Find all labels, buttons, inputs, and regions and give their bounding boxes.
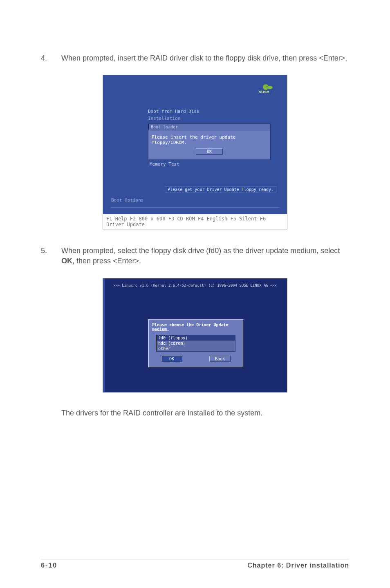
chapter-label: Chapter 6: Driver installation — [247, 562, 349, 569]
step-5-number: 5. — [41, 246, 61, 266]
installation-item[interactable]: Installation — [148, 115, 271, 122]
page-footer: 6-10 Chapter 6: Driver installation — [41, 559, 349, 569]
ok-button[interactable]: OK — [161, 356, 182, 362]
screenshot-boot-loader: suse Boot from Hard Disk Installation Bo… — [103, 75, 287, 229]
step-4: 4. When prompted, insert the RAID driver… — [41, 53, 349, 63]
boot-options-line — [110, 207, 280, 208]
left-border — [103, 278, 105, 392]
option-hdc[interactable]: hdc (cdrom) — [157, 341, 235, 346]
driver-update-dialog: Boot loader Please insert the driver upd… — [148, 123, 271, 160]
function-keys-bar: F1 Help F2 800 x 600 F3 CD-ROM F4 Englis… — [103, 214, 287, 229]
step-4-text: When prompted, insert the RAID driver di… — [61, 53, 349, 63]
option-fd0[interactable]: fd0 (floppy) — [157, 335, 235, 341]
option-other[interactable]: other — [157, 346, 235, 351]
step-4-number: 4. — [41, 53, 61, 63]
svg-point-2 — [267, 86, 267, 87]
driver-ready-hint: Please get your Driver Update Floppy rea… — [165, 186, 276, 193]
medium-list[interactable]: fd0 (floppy) hdc (cdrom) other — [156, 335, 235, 352]
step-5-text: When prompted, select the floppy disk dr… — [61, 246, 349, 266]
boot-hard-disk-item[interactable]: Boot from Hard Disk — [148, 108, 271, 115]
driver-medium-dialog: Please choose the Driver Update medium. … — [148, 319, 244, 368]
dialog-prompt: Please choose the Driver Update medium. — [149, 320, 243, 334]
svg-text:suse: suse — [259, 89, 269, 94]
svg-point-1 — [267, 86, 273, 89]
ok-button[interactable]: OK — [196, 148, 223, 155]
closing-text: The drivers for the RAID controller are … — [61, 409, 349, 417]
back-button[interactable]: Back — [209, 356, 231, 362]
memory-test-item[interactable]: Memory Test — [148, 160, 271, 173]
linuxrc-header: >>> Linuxrc v1.6 (Kernel 2.6.4-52-defaul… — [103, 283, 287, 287]
boot-options-label: Boot Options — [111, 197, 143, 203]
suse-logo: suse — [258, 83, 276, 94]
dialog-message: Please insert the driver update floppy/C… — [152, 135, 235, 145]
step-5: 5. When prompted, select the floppy disk… — [41, 246, 349, 266]
dialog-title: Boot loader — [148, 124, 270, 130]
screenshot-linuxrc: >>> Linuxrc v1.6 (Kernel 2.6.4-52-defaul… — [103, 278, 287, 393]
page-number: 6-10 — [41, 562, 57, 569]
